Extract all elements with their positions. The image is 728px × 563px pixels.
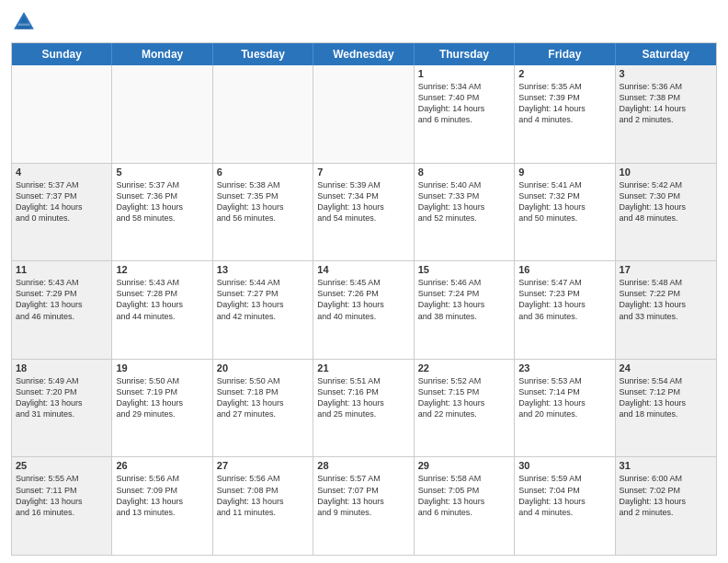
cell-line: and 31 minutes. — [16, 408, 108, 419]
cal-cell-day-24: 24Sunrise: 5:54 AMSunset: 7:12 PMDayligh… — [616, 360, 716, 457]
cal-cell-day-19: 19Sunrise: 5:50 AMSunset: 7:19 PMDayligh… — [112, 360, 212, 457]
day-number: 22 — [418, 362, 510, 373]
cell-line: Sunset: 7:14 PM — [518, 386, 610, 397]
day-number: 15 — [418, 264, 510, 275]
cell-line: Sunrise: 5:39 AM — [317, 179, 409, 190]
day-number: 8 — [418, 167, 510, 178]
cell-line: and 13 minutes. — [116, 507, 208, 518]
cell-line: Sunrise: 5:50 AM — [116, 375, 208, 386]
cell-line: Sunrise: 5:56 AM — [217, 473, 309, 484]
cell-line: Sunrise: 5:36 AM — [620, 81, 712, 92]
cell-line: Sunrise: 5:57 AM — [317, 473, 409, 484]
cal-cell-empty — [112, 65, 212, 163]
day-number: 12 — [116, 264, 208, 275]
cal-cell-day-15: 15Sunrise: 5:46 AMSunset: 7:24 PMDayligh… — [415, 261, 515, 359]
cell-line: and 11 minutes. — [217, 507, 309, 518]
cell-line: Sunrise: 5:53 AM — [518, 375, 610, 386]
cell-line: Sunset: 7:16 PM — [317, 386, 409, 397]
cell-line: Sunrise: 5:47 AM — [518, 277, 610, 288]
cell-line: Sunset: 7:34 PM — [317, 190, 409, 201]
cal-cell-day-31: 31Sunrise: 6:00 AMSunset: 7:02 PMDayligh… — [616, 457, 716, 555]
day-number: 19 — [116, 362, 208, 373]
cell-line: Sunrise: 5:34 AM — [418, 81, 510, 92]
cell-line: Daylight: 14 hours — [16, 201, 108, 213]
cell-line: Daylight: 13 hours — [418, 496, 510, 507]
cell-line: and 44 minutes. — [116, 311, 208, 322]
cell-line: and 33 minutes. — [620, 311, 712, 322]
cell-line: and 18 minutes. — [620, 408, 712, 419]
cell-line: Sunset: 7:15 PM — [418, 386, 510, 397]
cell-line: Sunset: 7:27 PM — [217, 288, 309, 299]
page: SundayMondayTuesdayWednesdayThursdayFrid… — [0, 0, 728, 563]
cal-cell-day-7: 7Sunrise: 5:39 AMSunset: 7:34 PMDaylight… — [313, 164, 414, 261]
cell-line: Daylight: 13 hours — [418, 201, 510, 213]
cell-line: and 54 minutes. — [317, 213, 409, 224]
calendar-row-3: 18Sunrise: 5:49 AMSunset: 7:20 PMDayligh… — [12, 359, 716, 457]
cell-line: Sunrise: 5:45 AM — [317, 277, 409, 288]
cell-line: Daylight: 13 hours — [116, 496, 208, 507]
cell-line: Daylight: 14 hours — [418, 103, 510, 114]
cell-line: Sunrise: 5:48 AM — [620, 277, 712, 288]
day-number: 10 — [620, 167, 712, 178]
day-number: 14 — [317, 264, 409, 275]
cal-cell-empty — [213, 65, 313, 163]
cell-line: Daylight: 14 hours — [620, 103, 712, 114]
cell-line: Daylight: 13 hours — [418, 299, 510, 310]
cell-line: Sunset: 7:18 PM — [217, 386, 309, 397]
logo-icon — [11, 9, 37, 35]
cell-line: Sunrise: 5:40 AM — [418, 179, 510, 190]
cell-line: Sunrise: 6:00 AM — [620, 473, 712, 484]
cell-line: and 4 minutes. — [518, 114, 610, 125]
cal-cell-day-12: 12Sunrise: 5:43 AMSunset: 7:28 PMDayligh… — [112, 261, 212, 359]
cell-line: and 27 minutes. — [217, 408, 309, 419]
cell-line: Sunset: 7:02 PM — [620, 485, 712, 496]
logo — [11, 9, 40, 35]
cell-line: Sunrise: 5:54 AM — [620, 375, 712, 386]
day-number: 18 — [16, 362, 108, 373]
cal-cell-day-30: 30Sunrise: 5:59 AMSunset: 7:04 PMDayligh… — [515, 457, 615, 555]
cell-line: Sunrise: 5:35 AM — [518, 81, 610, 92]
day-header-monday: Monday — [112, 43, 212, 65]
cell-line: Sunrise: 5:52 AM — [418, 375, 510, 386]
cell-line: Sunrise: 5:51 AM — [317, 375, 409, 386]
cell-line: Daylight: 13 hours — [620, 201, 712, 213]
day-number: 13 — [217, 264, 309, 275]
cell-line: Sunset: 7:38 PM — [620, 92, 712, 103]
cell-line: Sunrise: 5:41 AM — [518, 179, 610, 190]
cell-line: Sunrise: 5:56 AM — [116, 473, 208, 484]
cell-line: Daylight: 13 hours — [518, 397, 610, 408]
calendar-row-1: 4Sunrise: 5:37 AMSunset: 7:37 PMDaylight… — [12, 163, 716, 261]
cell-line: Sunrise: 5:49 AM — [16, 375, 108, 386]
cal-cell-day-8: 8Sunrise: 5:40 AMSunset: 7:33 PMDaylight… — [415, 164, 515, 261]
calendar-row-2: 11Sunrise: 5:43 AMSunset: 7:29 PMDayligh… — [12, 260, 716, 359]
cell-line: and 22 minutes. — [418, 408, 510, 419]
cell-line: Sunset: 7:28 PM — [116, 288, 208, 299]
cell-line: Sunrise: 5:55 AM — [16, 473, 108, 484]
cal-cell-day-29: 29Sunrise: 5:58 AMSunset: 7:05 PMDayligh… — [415, 457, 515, 555]
cell-line: and 42 minutes. — [217, 311, 309, 322]
day-number: 31 — [620, 460, 712, 471]
cell-line: Sunset: 7:37 PM — [16, 190, 108, 201]
cell-line: Sunrise: 5:46 AM — [418, 277, 510, 288]
cell-line: Sunset: 7:40 PM — [418, 92, 510, 103]
cell-line: Daylight: 13 hours — [217, 397, 309, 408]
day-number: 9 — [518, 167, 610, 178]
cell-line: Sunrise: 5:38 AM — [217, 179, 309, 190]
cell-line: Sunrise: 5:43 AM — [16, 277, 108, 288]
cal-cell-day-13: 13Sunrise: 5:44 AMSunset: 7:27 PMDayligh… — [213, 261, 313, 359]
header — [11, 9, 717, 35]
day-number: 4 — [16, 167, 108, 178]
cal-cell-day-1: 1Sunrise: 5:34 AMSunset: 7:40 PMDaylight… — [415, 65, 515, 163]
cell-line: Daylight: 13 hours — [317, 397, 409, 408]
cell-line: Sunrise: 5:42 AM — [620, 179, 712, 190]
cell-line: and 9 minutes. — [317, 507, 409, 518]
cell-line: and 48 minutes. — [620, 213, 712, 224]
day-number: 17 — [620, 264, 712, 275]
cell-line: and 46 minutes. — [16, 311, 108, 322]
cell-line: Daylight: 13 hours — [317, 496, 409, 507]
day-number: 3 — [620, 68, 712, 79]
svg-rect-2 — [18, 24, 29, 26]
cell-line: Daylight: 13 hours — [518, 496, 610, 507]
cell-line: Daylight: 13 hours — [317, 299, 409, 310]
cell-line: Sunset: 7:07 PM — [317, 485, 409, 496]
